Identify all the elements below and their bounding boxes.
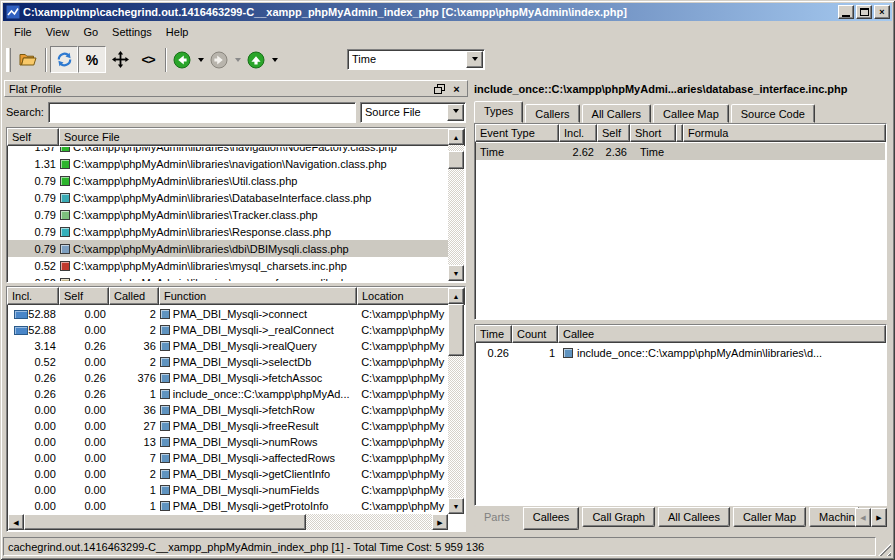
source-file-row[interactable]: 1.37 C:\xampp\phpMyAdmin\libraries\navig…: [8, 147, 448, 155]
function-row[interactable]: 0.26 0.26 1 include_once::C:\xampp\phpMy…: [8, 386, 448, 402]
column-header-formula[interactable]: Formula: [683, 124, 886, 142]
function-row[interactable]: 0.00 0.00 2 PMA_DBI_Mysqli->getClientInf…: [8, 466, 448, 482]
source-list-vscrollbar[interactable]: ▲ ▼: [448, 129, 464, 281]
scroll-left-icon[interactable]: ◀: [8, 514, 24, 530]
function-row[interactable]: 3.14 0.26 36 PMA_DBI_Mysqli->realQuery C…: [8, 338, 448, 354]
scroll-right-icon[interactable]: ▶: [432, 514, 448, 530]
dock-float-button[interactable]: [433, 83, 446, 95]
cost-color-icon: [60, 176, 70, 186]
scroll-up-icon[interactable]: ▲: [448, 288, 464, 304]
source-file-row[interactable]: 0.52 C:\xampp\phpMyAdmin\libraries\user_…: [8, 274, 448, 281]
float-window-icon: [434, 84, 445, 94]
menu-item[interactable]: Help: [159, 24, 196, 40]
detail-tab[interactable]: Callee Map: [653, 104, 729, 123]
resize-grip-icon[interactable]: [878, 543, 891, 556]
column-header-self[interactable]: Self: [597, 124, 630, 142]
back-dropdown-button[interactable]: [194, 46, 207, 73]
bottom-tab[interactable]: Callees: [523, 507, 580, 530]
function-table-hscrollbar[interactable]: ◀ ▶: [8, 514, 448, 530]
function-row[interactable]: 0.26 0.26 376 PMA_DBI_Mysqli->fetchAssoc…: [8, 370, 448, 386]
function-row[interactable]: 0.00 0.00 27 PMA_DBI_Mysqli->freeResult …: [8, 418, 448, 434]
column-header-callee[interactable]: Callee: [558, 325, 886, 343]
function-row[interactable]: 0.00 0.00 1 PMA_DBI_Mysqli->getProtoInfo…: [8, 498, 448, 514]
column-header-self[interactable]: Self: [59, 287, 109, 305]
combo-arrow-button[interactable]: [447, 104, 464, 121]
combo-arrow-button[interactable]: [466, 51, 483, 68]
column-header-self[interactable]: Self: [7, 128, 59, 146]
bottom-tab[interactable]: Parts: [474, 507, 520, 527]
forward-button[interactable]: [207, 46, 231, 73]
percent-icon: %: [86, 52, 98, 68]
open-file-button[interactable]: [14, 46, 42, 73]
function-row[interactable]: 52.88 0.00 2 PMA_DBI_Mysqli->_realConnec…: [8, 322, 448, 338]
cycle-detection-button[interactable]: [50, 46, 78, 73]
forward-dropdown-button[interactable]: [231, 46, 244, 73]
toolbar-handle[interactable]: [6, 48, 11, 72]
detail-tab[interactable]: Callers: [525, 104, 579, 123]
forward-icon: [210, 51, 228, 69]
tab-scroll-right-icon[interactable]: ▶: [871, 508, 887, 527]
relative-cost-button[interactable]: <>: [134, 46, 162, 73]
back-button[interactable]: [170, 46, 194, 73]
column-header-source-file[interactable]: Source File: [59, 128, 465, 146]
close-button[interactable]: ×: [874, 5, 890, 19]
bottom-tab[interactable]: Caller Map: [733, 507, 806, 527]
tab-scroll-left-icon[interactable]: ◀: [855, 508, 871, 527]
search-input[interactable]: [48, 102, 356, 123]
function-row[interactable]: 0.00 0.00 1 PMA_DBI_Mysqli->numFields C:…: [8, 482, 448, 498]
column-header-called[interactable]: Called: [109, 287, 159, 305]
detail-tab[interactable]: All Callers: [582, 104, 652, 123]
scrollbar-thumb[interactable]: [24, 514, 306, 530]
function-row[interactable]: 0.00 0.00 36 PMA_DBI_Mysqli->fetchRow C:…: [8, 402, 448, 418]
dock-close-button[interactable]: ×: [450, 83, 463, 95]
percent-button[interactable]: %: [78, 46, 106, 73]
menu-item[interactable]: Settings: [105, 24, 159, 40]
source-file-row[interactable]: 0.79 C:\xampp\phpMyAdmin\libraries\Util.…: [8, 172, 448, 189]
scroll-up-icon[interactable]: ▲: [448, 129, 464, 145]
column-header-incl[interactable]: Incl.: [7, 287, 59, 305]
maximize-button[interactable]: [856, 5, 872, 19]
detail-tab[interactable]: Source Code: [731, 104, 815, 123]
source-file-row[interactable]: 0.79 C:\xampp\phpMyAdmin\libraries\dbi\D…: [8, 240, 448, 257]
called-count: 1: [110, 500, 160, 512]
function-row[interactable]: 52.88 0.00 2 PMA_DBI_Mysqli->connect C:\…: [8, 306, 448, 322]
function-row[interactable]: 0.52 0.00 2 PMA_DBI_Mysqli->selectDb C:\…: [8, 354, 448, 370]
expand-areas-button[interactable]: [106, 46, 134, 73]
bottom-tab[interactable]: Machine: [809, 507, 859, 527]
column-header-function[interactable]: Function: [159, 287, 357, 305]
location: C:\xampp\phpMy: [357, 388, 448, 400]
callee-row[interactable]: 0.26 1 include_once::C:\xampp\phpMyAdmin…: [476, 344, 885, 361]
source-file-row[interactable]: 0.79 C:\xampp\phpMyAdmin\libraries\Respo…: [8, 223, 448, 240]
up-button[interactable]: [244, 46, 268, 73]
scrollbar-thumb[interactable]: [448, 304, 464, 356]
incl-cost: 0.00: [34, 404, 59, 416]
column-header-short[interactable]: Short: [630, 124, 676, 142]
detail-tab[interactable]: Types: [474, 101, 523, 123]
minimize-button[interactable]: [838, 5, 854, 19]
source-file-row[interactable]: 0.79 C:\xampp\phpMyAdmin\libraries\Datab…: [8, 189, 448, 206]
menu-item[interactable]: View: [39, 24, 77, 40]
scroll-down-icon[interactable]: ▼: [448, 498, 464, 514]
event-type-select[interactable]: Time: [347, 49, 485, 70]
function-row[interactable]: 0.00 0.00 13 PMA_DBI_Mysqli->numRows C:\…: [8, 434, 448, 450]
menu-item[interactable]: File: [7, 24, 39, 40]
function-table-vscrollbar[interactable]: ▲ ▼: [448, 288, 464, 514]
bottom-tab[interactable]: Call Graph: [582, 507, 655, 527]
column-header-event-type[interactable]: Event Type: [475, 124, 559, 142]
function-row[interactable]: 0.00 0.00 7 PMA_DBI_Mysqli->affectedRows…: [8, 450, 448, 466]
source-file-list: Self Source File 1.37 C:\xampp\phpMyAdmi…: [6, 127, 466, 283]
scroll-down-icon[interactable]: ▼: [448, 265, 464, 281]
source-file-row[interactable]: 1.31 C:\xampp\phpMyAdmin\libraries\navig…: [8, 155, 448, 172]
scrollbar-thumb[interactable]: [448, 151, 464, 169]
bottom-tab[interactable]: All Callees: [658, 507, 730, 527]
incl-cost: 0.26: [34, 388, 59, 400]
menu-item[interactable]: Go: [76, 24, 105, 40]
group-by-select[interactable]: Source File: [360, 102, 466, 123]
up-dropdown-button[interactable]: [268, 46, 281, 73]
column-header-count[interactable]: Count: [512, 325, 558, 343]
column-header-time[interactable]: Time: [475, 325, 512, 343]
source-file-row[interactable]: 0.79 C:\xampp\phpMyAdmin\libraries\Track…: [8, 206, 448, 223]
column-header-incl[interactable]: Incl.: [559, 124, 597, 142]
source-file-row[interactable]: 0.52 C:\xampp\phpMyAdmin\libraries\mysql…: [8, 257, 448, 274]
event-type-row[interactable]: Time 2.62 2.36 Time: [476, 143, 885, 160]
